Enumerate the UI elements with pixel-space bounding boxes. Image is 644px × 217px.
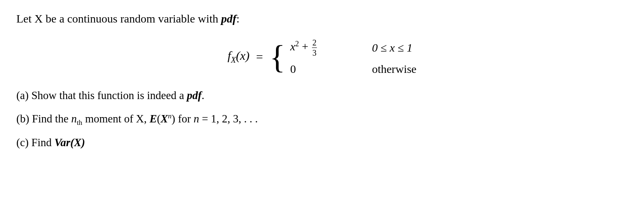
q-b-label: (b) [16,113,29,125]
q-b-text-for: for [175,113,193,125]
q-b-equals: = [199,113,211,125]
question-b: (b) Find the nth moment of X, E(Xn) for … [16,111,628,128]
q-c-label: (c) [16,136,29,149]
q-b-X-var: X [161,113,168,125]
case-row-1: x2 + 2 3 0 ≤ x ≤ 1 [290,38,417,58]
q-c-text: Find [29,136,54,149]
q-a-text: Show that this function is indeed a [29,89,187,102]
q-b-text-mid: moment of X, [82,113,149,125]
q-a-end: . [202,89,204,102]
q-b-n-var: n [193,113,199,125]
case1-expr: x2 + 2 3 [290,38,348,58]
case2-expr: 0 [290,63,348,76]
q-b-th: th [77,118,83,127]
question-a: (a) Show that this function is indeed a … [16,88,628,104]
q-b-nth-n: n [71,113,77,125]
f-var: f [227,49,231,62]
q-b-EXn: E [150,113,157,125]
equals-sign: = [256,50,263,64]
q-a-label: (a) [16,89,29,102]
pdf-formula: fX(x) = { x2 + 2 3 0 ≤ x ≤ 1 [16,38,628,76]
fx-label: fX(x) [227,49,249,65]
q-a-pdf: pdf [187,89,202,102]
left-brace: { [269,41,285,73]
brace-container: { x2 + 2 3 0 ≤ x ≤ 1 [269,38,416,76]
arg: (x) [236,49,249,62]
intro-text-before: Let X be a continuous random variable wi… [16,12,221,25]
question-c: (c) Find Var(X) [16,135,628,151]
fraction-2-3: 2 3 [312,38,317,58]
case-row-2: 0 otherwise [290,63,417,76]
intro-text-after: : [236,12,240,25]
q-c-var-expr: Var(X) [54,136,85,149]
intro-line: Let X be a continuous random variable wi… [16,12,628,25]
pdf-label-intro: pdf [221,12,236,25]
q-b-text-before: Find the [29,113,71,125]
case1-condition: 0 ≤ x ≤ 1 [372,41,413,54]
page-content: Let X be a continuous random variable wi… [0,0,644,170]
questions-section: (a) Show that this function is indeed a … [16,88,628,151]
cases-table: x2 + 2 3 0 ≤ x ≤ 1 0 otherwise [290,38,417,76]
subscript-X: X [231,55,236,64]
q-b-values: 1, 2, 3, . . . [211,113,258,125]
case2-condition: otherwise [372,63,417,76]
